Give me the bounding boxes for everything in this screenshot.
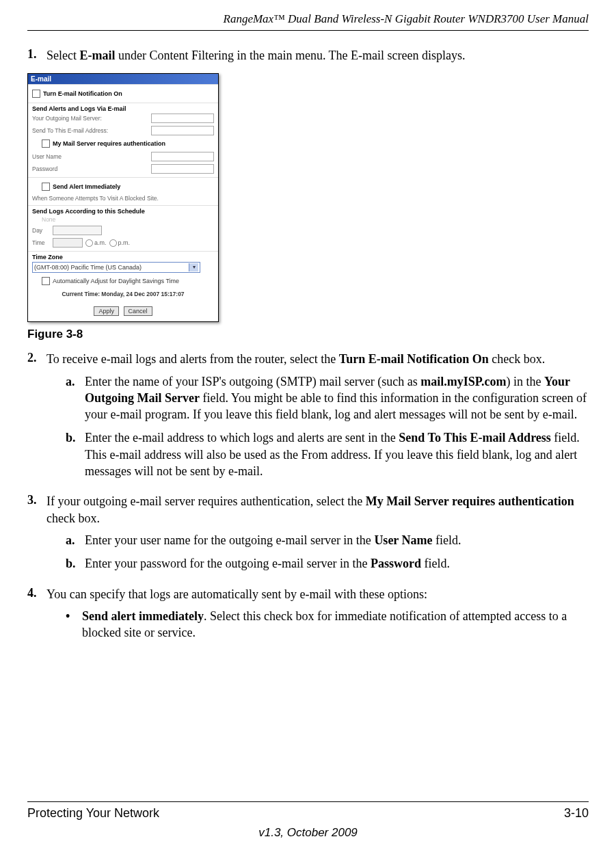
text: Select — [46, 49, 79, 62]
text: field. — [433, 533, 461, 547]
text: Enter the name of your ISP's outgoing (S… — [85, 375, 420, 388]
step-2a-text: Enter the name of your ISP's outgoing (S… — [85, 373, 589, 423]
text: check box. — [489, 352, 545, 366]
schedule-none-label: None — [42, 216, 214, 223]
auth-checkbox[interactable] — [42, 139, 50, 148]
chevron-down-icon: ▾ — [189, 263, 198, 271]
step-2b-num: b. — [66, 429, 82, 479]
notification-checkbox[interactable] — [32, 90, 40, 98]
password-label: Password — [32, 165, 148, 172]
step-1-text: Select E-mail under Content Filtering in… — [46, 47, 589, 64]
current-time: Current Time: Monday, 24 Dec 2007 15:17:… — [32, 288, 214, 300]
footer-section: Protecting Your Network — [27, 806, 159, 821]
step-3a-text: Enter your user name for the outgoing e-… — [85, 532, 589, 548]
step-4-num: 4. — [27, 586, 44, 648]
bullet-text: Send alert immediately. Select this chec… — [82, 608, 589, 641]
sendto-input[interactable] — [151, 126, 214, 135]
window-title: E-mail — [28, 74, 218, 84]
text: check box. — [46, 511, 100, 525]
step-1-num: 1. — [27, 47, 44, 64]
step-2-num: 2. — [27, 351, 44, 486]
schedule-time-input[interactable] — [53, 238, 83, 248]
outgoing-server-label: Your Outgoing Mail Server: — [32, 115, 148, 122]
step-1: 1. Select E-mail under Content Filtering… — [27, 47, 589, 64]
bold: My Mail Server requires authentication — [366, 494, 574, 508]
text: Enter your user name for the outgoing e-… — [85, 533, 374, 547]
alerts-section-header: Send Alerts and Logs Via E-mail — [32, 105, 214, 112]
cancel-button[interactable]: Cancel — [124, 306, 152, 316]
email-screenshot: E-mail Turn E-mail Notification On Send … — [27, 73, 219, 322]
page-footer: Protecting Your Network 3-10 v1.3, Octob… — [27, 801, 589, 840]
sendto-label: Send To This E-mail Address: — [32, 127, 148, 134]
step-2a-num: a. — [66, 373, 82, 423]
text: under Content Filtering in the main menu… — [115, 49, 465, 62]
step-2-text: To receive e-mail logs and alerts from t… — [46, 352, 545, 366]
pm-radio[interactable] — [109, 239, 117, 247]
bold: mail.myISP.com — [420, 375, 506, 388]
text: Enter the e-mail address to which logs a… — [85, 431, 399, 444]
immediate-text: When Someone Attempts To Visit A Blocked… — [32, 195, 214, 202]
timezone-value: (GMT-08:00) Pacific Time (US Canada) — [34, 264, 142, 271]
schedule-time-label: Time — [32, 239, 53, 246]
bold: Password — [371, 557, 421, 570]
step-3a: a. Enter your user name for the outgoing… — [66, 532, 589, 548]
auth-label: My Mail Server requires authentication — [53, 140, 165, 147]
timezone-select[interactable]: (GMT-08:00) Pacific Time (US Canada) ▾ — [32, 262, 200, 273]
text: If your outgoing e-mail server requires … — [46, 494, 366, 508]
doc-header: RangeMax™ Dual Band Wireless-N Gigabit R… — [27, 12, 589, 31]
text: Enter your password for the outgoing e-m… — [85, 557, 371, 570]
schedule-day-select[interactable] — [53, 226, 102, 235]
text: To receive e-mail logs and alerts from t… — [46, 352, 339, 366]
username-input[interactable] — [151, 152, 214, 161]
bold: Send To This E-mail Address — [399, 431, 550, 444]
bold: Turn E-mail Notification On — [339, 352, 489, 366]
schedule-section-header: Send Logs According to this Schedule — [32, 208, 214, 215]
step-2b-text: Enter the e-mail address to which logs a… — [85, 429, 589, 479]
pm-label: p.m. — [118, 239, 131, 246]
figure-caption: Figure 3-8 — [27, 328, 589, 341]
immediate-label: Send Alert Immediately — [53, 183, 120, 190]
am-label: a.m. — [94, 239, 107, 246]
timezone-section-header: Time Zone — [32, 254, 214, 261]
am-radio[interactable] — [85, 239, 93, 247]
bullet-mark: • — [66, 608, 82, 641]
immediate-checkbox[interactable] — [42, 183, 50, 191]
step-2b: b. Enter the e-mail address to which log… — [66, 429, 589, 479]
username-label: User Name — [32, 153, 148, 160]
step-2a: a. Enter the name of your ISP's outgoing… — [66, 373, 589, 423]
step-3: 3. If your outgoing e-mail server requir… — [27, 493, 589, 578]
step-4-text: You can specify that logs are automatica… — [46, 587, 427, 601]
apply-button[interactable]: Apply — [94, 306, 119, 316]
dst-label: Automatically Adjust for Daylight Saving… — [53, 278, 179, 284]
password-input[interactable] — [151, 164, 214, 174]
step-3-text: If your outgoing e-mail server requires … — [46, 494, 574, 524]
notification-label: Turn E-mail Notification On — [43, 90, 122, 97]
step-2: 2. To receive e-mail logs and alerts fro… — [27, 351, 589, 486]
outgoing-server-input[interactable] — [151, 114, 214, 123]
step-3b-text: Enter your password for the outgoing e-m… — [85, 555, 589, 572]
bold: E-mail — [79, 49, 115, 62]
footer-page-num: 3-10 — [564, 806, 589, 821]
bold: Send alert immediately — [82, 609, 204, 623]
step-3a-num: a. — [66, 532, 82, 548]
text: field. — [421, 557, 450, 570]
bold: User Name — [374, 533, 432, 547]
footer-version: v1.3, October 2009 — [27, 826, 589, 840]
text: ) in the — [507, 375, 545, 388]
step-3b-num: b. — [66, 555, 82, 572]
schedule-day-label: Day — [32, 227, 53, 234]
dst-checkbox[interactable] — [42, 277, 50, 285]
step-3b: b. Enter your password for the outgoing … — [66, 555, 589, 572]
step-4-bullet: • Send alert immediately. Select this ch… — [66, 608, 589, 641]
step-3-num: 3. — [27, 493, 44, 578]
step-4: 4. You can specify that logs are automat… — [27, 586, 589, 648]
